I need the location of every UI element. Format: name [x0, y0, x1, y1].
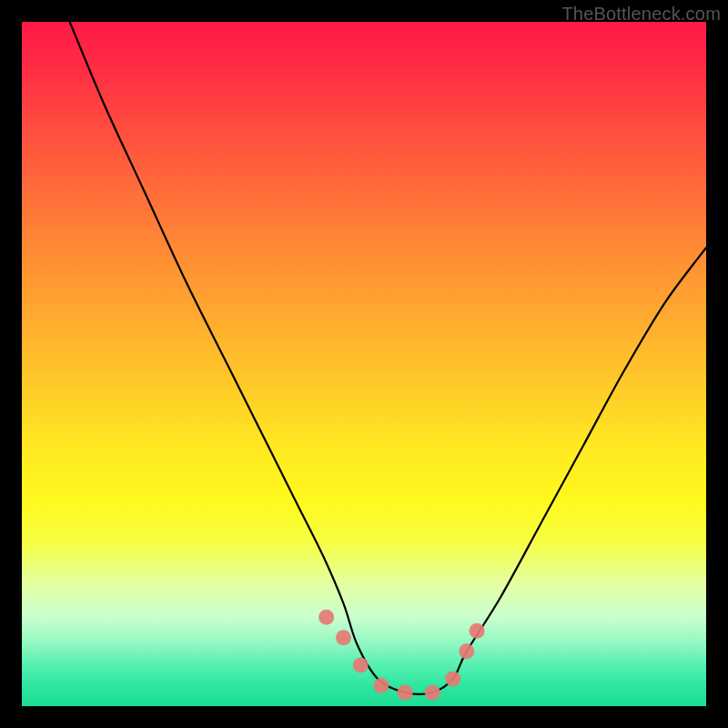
marker-dot — [373, 678, 389, 693]
marker-dot — [445, 671, 460, 686]
marker-dot — [425, 684, 440, 700]
marker-dot — [353, 657, 369, 672]
bottleneck-curve-path — [70, 22, 706, 694]
bottleneck-curve-svg — [22, 22, 706, 706]
marker-dot — [470, 623, 485, 639]
watermark-text: TheBottleneck.com — [561, 4, 721, 25]
marker-dot — [336, 630, 351, 645]
marker-dot — [459, 643, 474, 659]
marker-dot — [318, 610, 334, 625]
chart-frame: TheBottleneck.com — [0, 0, 728, 728]
curve-marker-dots — [318, 610, 484, 701]
marker-dot — [398, 684, 413, 700]
plot-area — [22, 22, 706, 706]
